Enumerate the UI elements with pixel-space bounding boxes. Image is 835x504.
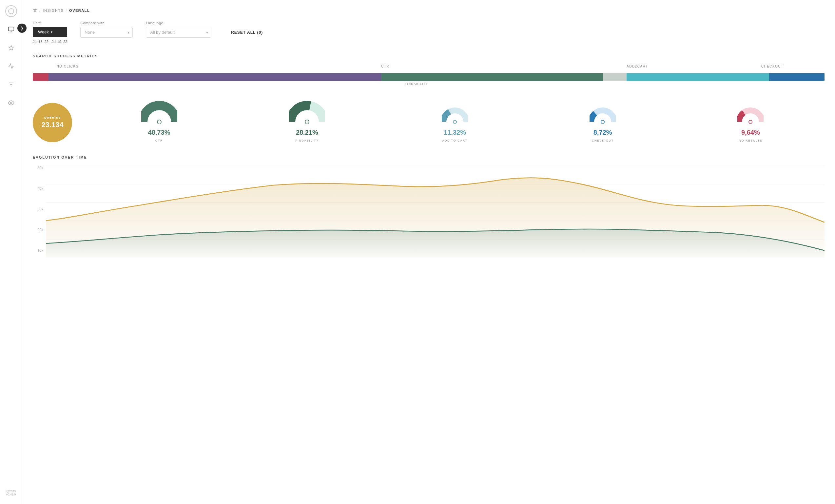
svg-point-9 xyxy=(305,120,309,123)
date-arrow-icon: ▾ xyxy=(51,30,53,34)
svg-rect-1 xyxy=(8,27,14,31)
breadcrumb-parent[interactable]: INSIGHTS xyxy=(43,8,64,13)
svg-point-10 xyxy=(453,120,456,123)
analytics-icon[interactable] xyxy=(5,60,17,72)
svg-point-0 xyxy=(8,8,14,14)
checkout-metric: 8,72% CHECK OUT xyxy=(529,107,677,142)
compare-label: Compare with xyxy=(80,21,133,25)
addtocart-label: ADD TO CART xyxy=(442,139,468,142)
date-filter: Date Week ▾ Jul 13, 22 - Jul 19, 22 xyxy=(33,21,67,44)
date-week-label: Week xyxy=(38,29,49,35)
noresults-label: NO RESULTS xyxy=(739,139,762,142)
svg-point-8 xyxy=(157,120,161,123)
sidebar: ❯ @2023 v0.43.0 xyxy=(0,0,22,504)
bar-teal xyxy=(627,73,769,81)
evolution-section: EVOLUTION OVER TIME 50k 40k 30k 20k 10k xyxy=(33,155,824,258)
date-range: Jul 13, 22 - Jul 19, 22 xyxy=(33,40,67,44)
checkout-value: 8,72% xyxy=(593,129,612,136)
language-filter: Language All by default xyxy=(146,21,211,38)
addtocart-gauge xyxy=(442,107,468,125)
bar-blue xyxy=(769,73,824,81)
breadcrumb-icon xyxy=(33,8,37,13)
language-select[interactable]: All by default xyxy=(146,27,211,38)
compare-select[interactable]: None xyxy=(80,27,133,38)
search-success-metrics: SEARCH SUCCESS METRICS NO CLICKS CTR ADD… xyxy=(33,54,824,87)
sparkle-icon[interactable] xyxy=(5,42,17,54)
addtocart-metric: 11.32% ADD TO CART xyxy=(381,107,529,142)
ctr-label: CTR xyxy=(381,64,389,68)
y-label-50k: 50k xyxy=(33,166,43,170)
filters-row: Date Week ▾ Jul 13, 22 - Jul 19, 22 Comp… xyxy=(33,21,824,44)
sidebar-toggle[interactable]: ❯ xyxy=(17,24,26,33)
findability-gauge xyxy=(289,101,325,125)
ctr-metric: 48.73% CTR xyxy=(85,101,233,142)
language-select-wrapper: All by default xyxy=(146,27,211,38)
findability-value: 28.21% xyxy=(296,129,318,136)
add2cart-label: ADD2CART xyxy=(627,64,648,68)
y-axis-labels: 50k 40k 30k 20k 10k xyxy=(33,166,46,258)
sidebar-footer: @2023 v0.43.0 xyxy=(6,489,16,499)
filter-icon[interactable] xyxy=(5,79,17,90)
y-label-30k: 30k xyxy=(33,207,43,211)
breadcrumb-sep1: / xyxy=(39,8,41,13)
ctr-value: 48.73% xyxy=(148,129,170,136)
noresults-gauge xyxy=(737,107,763,125)
svg-point-7 xyxy=(10,102,12,104)
svg-point-12 xyxy=(749,120,752,123)
ctr-label: CTR xyxy=(155,139,163,142)
y-label-20k: 20k xyxy=(33,228,43,232)
metrics-circles-row: QUERIES 23.134 48.73% CTR xyxy=(33,101,824,142)
eye-icon[interactable] xyxy=(5,97,17,109)
queries-value: 23.134 xyxy=(41,121,63,129)
y-label-40k: 40k xyxy=(33,186,43,190)
y-label-10k: 10k xyxy=(33,248,43,252)
bar-gray xyxy=(603,73,627,81)
ctr-gauge xyxy=(141,101,177,125)
evolution-title: EVOLUTION OVER TIME xyxy=(33,155,824,159)
bar-ctr xyxy=(381,73,603,81)
checkout-label: CHECKOUT xyxy=(761,64,783,68)
queries-circle: QUERIES 23.134 xyxy=(33,103,72,142)
main-content: / INSIGHTS / OVERALL Date Week ▾ Jul 13,… xyxy=(22,0,835,504)
breadcrumb-sep2: / xyxy=(66,8,67,13)
evolution-chart xyxy=(46,166,824,258)
version-text: @2023 v0.43.0 xyxy=(6,489,16,496)
monitor-icon[interactable] xyxy=(5,24,17,35)
reset-all-button[interactable]: RESET ALL (0) xyxy=(231,30,263,35)
search-metrics-title: SEARCH SUCCESS METRICS xyxy=(33,54,824,58)
checkout-label: CHECK OUT xyxy=(592,139,614,142)
language-label: Language xyxy=(146,21,211,25)
date-week-button[interactable]: Week ▾ xyxy=(33,27,67,37)
metrics-bar-track xyxy=(33,73,824,81)
chart-container: 50k 40k 30k 20k 10k xyxy=(33,166,824,258)
logo xyxy=(5,5,17,17)
checkout-gauge xyxy=(590,107,616,125)
findability-label: FINDABILITY xyxy=(405,82,428,85)
addtocart-value: 11.32% xyxy=(444,129,466,136)
findability-metric: 28.21% FINDABILITY xyxy=(233,101,381,142)
date-label: Date xyxy=(33,21,67,25)
compare-select-wrapper: None xyxy=(80,27,133,38)
bar-noclicks xyxy=(33,73,48,81)
bar-purple xyxy=(48,73,381,81)
noresults-metric: 9,64% NO RESULTS xyxy=(677,107,824,142)
findability-label: FINDABILITY xyxy=(295,139,319,142)
queries-label: QUERIES xyxy=(44,116,61,119)
no-clicks-label: NO CLICKS xyxy=(56,64,78,68)
compare-filter: Compare with None xyxy=(80,21,133,38)
svg-point-11 xyxy=(601,120,604,123)
noresults-value: 9,64% xyxy=(741,129,760,136)
breadcrumb: / INSIGHTS / OVERALL xyxy=(33,8,824,13)
breadcrumb-current: OVERALL xyxy=(69,8,90,13)
